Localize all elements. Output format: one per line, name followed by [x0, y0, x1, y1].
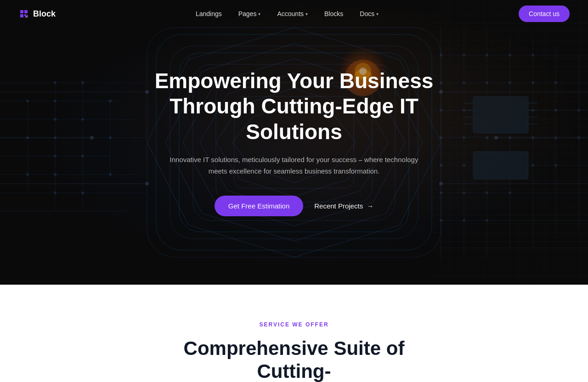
- contact-us-button[interactable]: Contact us: [519, 6, 570, 22]
- hero-title: Empowering Your Business Through Cutting…: [147, 68, 441, 145]
- get-free-estimation-button[interactable]: Get Free Estimation: [215, 196, 303, 216]
- hero-subtitle: Innovative IT solutions, meticulously ta…: [165, 154, 423, 177]
- nav-menu: Landings Pages ▾ Accounts ▾ Blocks Docs …: [196, 10, 379, 17]
- services-title: Comprehensive Suite of Cutting- Edge IT …: [179, 337, 409, 382]
- brand-logo[interactable]: Block: [18, 8, 56, 19]
- recent-projects-button[interactable]: Recent Projects →: [314, 202, 373, 210]
- nav-item-landings[interactable]: Landings: [196, 10, 222, 17]
- services-section: SERVICE WE OFFER Comprehensive Suite of …: [0, 285, 588, 382]
- hero-section: Empowering Your Business Through Cutting…: [0, 0, 588, 285]
- hero-buttons: Get Free Estimation Recent Projects →: [147, 196, 441, 216]
- services-label: SERVICE WE OFFER: [18, 321, 570, 328]
- hero-right-circuit: [432, 0, 588, 285]
- logo-icon: [18, 8, 29, 19]
- brand-name: Block: [33, 9, 56, 19]
- chevron-down-icon: ▾: [258, 11, 260, 17]
- nav-item-accounts[interactable]: Accounts ▾: [277, 10, 308, 17]
- chevron-down-icon: ▾: [305, 11, 308, 17]
- hero-content: Empowering Your Business Through Cutting…: [138, 68, 450, 216]
- nav-item-docs[interactable]: Docs ▾: [360, 10, 379, 17]
- nav-item-blocks[interactable]: Blocks: [324, 10, 343, 17]
- navbar: Block Landings Pages ▾ Accounts ▾ Blocks: [0, 0, 588, 28]
- arrow-right-icon: →: [367, 202, 373, 210]
- nav-item-pages[interactable]: Pages ▾: [238, 10, 261, 17]
- chevron-down-icon: ▾: [376, 11, 379, 17]
